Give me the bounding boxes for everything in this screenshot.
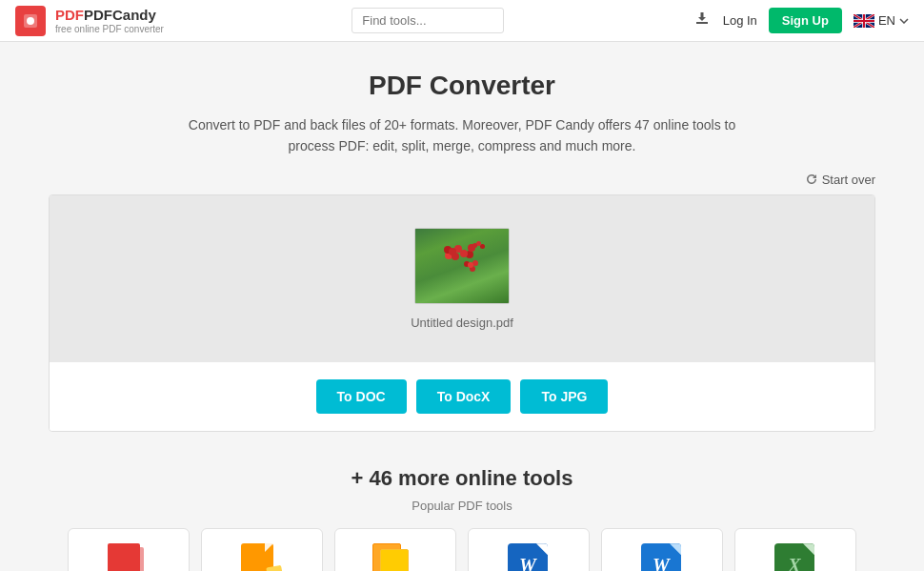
more-tools-title: + 46 more online tools [49, 466, 875, 491]
tool-card-pdf-to-word[interactable]: W [468, 528, 590, 571]
tool-card-word-to-pdf[interactable]: W [601, 528, 723, 571]
logo-tagline: free online PDF converter [55, 24, 164, 35]
header: PDFPDFCandy free online PDF converter Lo… [0, 0, 924, 42]
start-over-bar: Start over [49, 173, 875, 190]
tools-grid: W W X [49, 528, 875, 571]
flag-icon [854, 14, 874, 28]
pdf-to-doc-icon [108, 543, 150, 571]
login-button[interactable]: Log In [723, 13, 757, 28]
start-over-link[interactable]: Start over [805, 173, 875, 187]
pdf-to-excel-icon: X [774, 543, 816, 571]
tool-card-edit-pdf[interactable] [201, 528, 323, 571]
converter-box: Untitled design.pdf To DOC To DocX To JP… [49, 194, 875, 432]
lang-code: EN [878, 13, 895, 28]
search-input[interactable] [352, 8, 504, 33]
start-over-label: Start over [822, 173, 875, 187]
refresh-icon [805, 173, 818, 186]
more-tools-section: + 46 more online tools Popular PDF tools [49, 466, 875, 571]
download-icon[interactable] [693, 9, 712, 32]
actions-row: To DOC To DocX To JPG [50, 362, 874, 431]
page-subtitle: Convert to PDF and back files of 20+ for… [176, 114, 748, 157]
logo-icon [15, 6, 46, 36]
drop-area: Untitled design.pdf [50, 195, 874, 362]
tool-card-pdf-to-excel[interactable]: X [734, 528, 856, 571]
logo-text: PDFPDFCandy free online PDF converter [55, 7, 164, 35]
svg-point-1 [27, 17, 34, 25]
pdf-to-word-icon: W [508, 543, 550, 571]
tool-card-pdf-to-doc[interactable] [68, 528, 190, 571]
thumbnail-image [415, 229, 509, 303]
header-left: PDFPDFCandy free online PDF converter [15, 6, 164, 36]
tool-card-merge-pdf[interactable] [334, 528, 456, 571]
filename: Untitled design.pdf [411, 316, 513, 330]
language-selector[interactable]: EN [854, 13, 909, 28]
to-jpg-button[interactable]: To JPG [520, 379, 608, 414]
signup-button[interactable]: Sign Up [769, 8, 842, 33]
edit-pdf-icon [241, 543, 283, 571]
word-to-pdf-icon: W [641, 543, 683, 571]
merge-pdf-icon [372, 543, 418, 571]
chevron-down-icon [899, 18, 909, 24]
page-title: PDF Converter [49, 71, 875, 101]
popular-label: Popular PDF tools [49, 499, 875, 513]
header-right: Log In Sign Up EN [693, 8, 909, 33]
logo-brand: PDFPDFCandy [55, 7, 164, 24]
header-search[interactable] [352, 8, 504, 33]
to-doc-button[interactable]: To DOC [316, 379, 407, 414]
to-docx-button[interactable]: To DocX [416, 379, 512, 414]
pdf-thumbnail [414, 228, 510, 304]
main-content: PDF Converter Convert to PDF and back fi… [33, 42, 891, 571]
